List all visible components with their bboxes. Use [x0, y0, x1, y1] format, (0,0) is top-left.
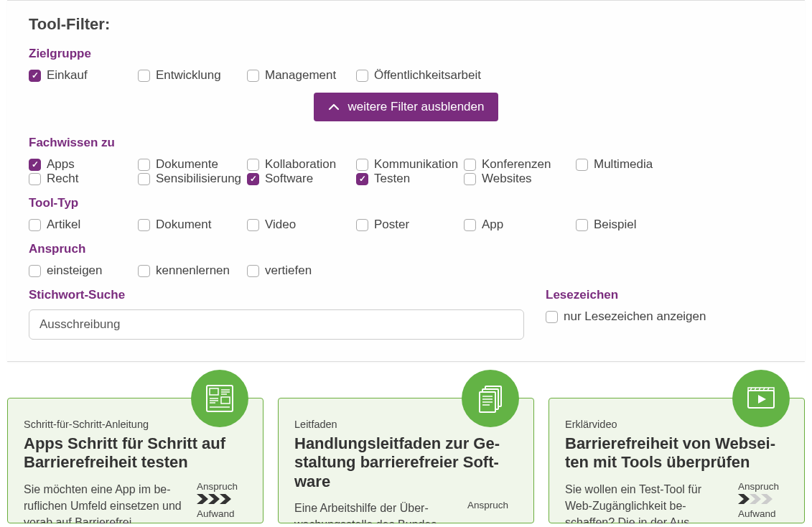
checkbox-artikel[interactable]: Artikel: [29, 218, 138, 232]
checkbox-label: Entwicklung: [156, 68, 221, 83]
checkbox-label: Websites: [482, 172, 532, 186]
checkbox-icon: [138, 173, 150, 185]
checkbox-einsteigen[interactable]: einsteigen: [29, 264, 138, 278]
checkbox-oeffentlichkeitsarbeit[interactable]: Öffentlichkeitsarbeit: [356, 68, 495, 83]
checkbox-beispiel[interactable]: Beispiel: [576, 218, 688, 232]
checkbox-icon: [546, 311, 558, 323]
checkbox-label: vertiefen: [265, 264, 312, 278]
checkbox-icon: [247, 159, 259, 171]
group-tooltyp: Artikel Dokument Video Poster App Beispi…: [29, 218, 783, 232]
search-input[interactable]: [29, 309, 524, 340]
checkbox-einkauf[interactable]: Einkauf: [29, 68, 138, 83]
checkbox-icon: [464, 173, 476, 185]
checkbox-icon: [464, 159, 476, 171]
checkbox-icon: [356, 219, 368, 231]
card-text: Sie wollen ein Test-Tool für Web-Zugängl…: [565, 481, 728, 523]
svg-marker-30: [761, 494, 773, 504]
checkbox-icon: [464, 219, 476, 231]
group-anspruch: einsteigen kennenlernen vertiefen: [29, 264, 783, 278]
checkbox-icon: [138, 70, 150, 82]
checkbox-bookmarks-only[interactable]: nur Lesezeichen anzeigen: [546, 309, 783, 324]
checkbox-label: Kollaboration: [265, 157, 336, 172]
checkbox-dokumente[interactable]: Dokumente: [138, 157, 247, 172]
search-label: Stichwort-Suche: [29, 288, 524, 302]
card-meta: Anspruch: [467, 500, 518, 523]
checkbox-label: nur Lesezeichen anzeigen: [564, 309, 706, 324]
bookmarks-label: Lesezeichen: [546, 288, 783, 302]
anspruch-label: Anspruch: [197, 481, 247, 492]
group-label-fachwissen: Fachwissen zu: [29, 136, 783, 150]
checkbox-label: einsteigen: [47, 264, 103, 278]
checkbox-label: Video: [265, 218, 296, 232]
checkbox-icon: [29, 70, 41, 82]
checkbox-dokument[interactable]: Dokument: [138, 218, 247, 232]
card-title: Barrierefreiheit von Websei­ten mit Tool…: [565, 434, 788, 472]
anspruch-label: Anspruch: [738, 481, 788, 492]
checkbox-konferenzen[interactable]: Konferenzen: [464, 157, 576, 172]
anspruch-level-icon: [197, 494, 247, 504]
result-card[interactable]: Erklärvideo Barrierefreiheit von Websei­…: [549, 398, 805, 523]
checkbox-icon: [247, 265, 259, 277]
checkbox-icon: [576, 219, 588, 231]
group-fachwissen: Apps Dokumente Kollaboration Kommunikati…: [29, 157, 783, 186]
checkbox-recht[interactable]: Recht: [29, 172, 138, 186]
checkbox-label: App: [482, 218, 503, 232]
group-zielgruppe: Einkauf Entwicklung Management Öffentlic…: [29, 68, 783, 83]
checkbox-label: Apps: [47, 157, 75, 172]
checkbox-icon: [247, 173, 259, 185]
result-card[interactable]: Schritt-für-Schritt-Anleitung Apps Schri…: [7, 398, 263, 523]
checkbox-icon: [356, 173, 368, 185]
svg-marker-27: [758, 395, 766, 404]
documents-icon: [462, 370, 519, 427]
result-card[interactable]: Leitfaden Handlungsleitfaden zur Ge­stal…: [278, 398, 534, 523]
checkbox-label: Dokumente: [156, 157, 218, 172]
checkbox-app[interactable]: App: [464, 218, 576, 232]
anspruch-label: Anspruch: [467, 500, 518, 510]
aufwand-label: Aufwand: [738, 508, 788, 519]
checkbox-icon: [138, 265, 150, 277]
checkbox-testen[interactable]: Testen: [356, 172, 464, 186]
checkbox-label: Einkauf: [47, 68, 88, 83]
filter-panel: Tool-Filter: Zielgruppe Einkauf Entwickl…: [7, 0, 805, 362]
checkbox-label: Kommunikation: [374, 157, 458, 172]
checkbox-kennenlernen[interactable]: kennenlernen: [138, 264, 247, 278]
checkbox-icon: [247, 219, 259, 231]
checkbox-multimedia[interactable]: Multimedia: [576, 157, 688, 172]
checkbox-websites[interactable]: Websites: [464, 172, 576, 186]
svg-rect-5: [221, 397, 230, 404]
checkbox-icon: [356, 70, 368, 82]
checkbox-icon: [29, 265, 41, 277]
checkbox-vertiefen[interactable]: vertiefen: [247, 264, 356, 278]
checkbox-icon: [247, 70, 259, 82]
checkbox-kommunikation[interactable]: Kommunikation: [356, 157, 464, 172]
card-text: Eine Arbeitshilfe der Über­wachungsstell…: [294, 500, 457, 523]
checkbox-label: Management: [265, 68, 336, 83]
anspruch-level-icon: [738, 494, 788, 504]
checkbox-poster[interactable]: Poster: [356, 218, 464, 232]
checkbox-label: Beispiel: [594, 218, 637, 232]
checkbox-label: Software: [265, 172, 313, 186]
checkbox-entwicklung[interactable]: Entwicklung: [138, 68, 247, 83]
checkbox-label: Testen: [374, 172, 410, 186]
checkbox-label: kennenlernen: [156, 264, 230, 278]
toggle-filters-button[interactable]: weitere Filter ausblenden: [314, 93, 499, 121]
layout-icon: [191, 370, 248, 427]
card-text: Sie möchten eine App im be­ruflichen Umf…: [24, 481, 187, 523]
checkbox-icon: [138, 159, 150, 171]
checkbox-software[interactable]: Software: [247, 172, 356, 186]
card-title: Handlungsleitfaden zur Ge­staltung barri…: [294, 434, 518, 491]
group-label-zielgruppe: Zielgruppe: [29, 47, 783, 61]
checkbox-icon: [29, 219, 41, 231]
checkbox-sensibilisierung[interactable]: Sensibilisierung: [138, 172, 247, 186]
checkbox-label: Recht: [47, 172, 78, 186]
checkbox-kollaboration[interactable]: Kollaboration: [247, 157, 356, 172]
checkbox-label: Dokument: [156, 218, 211, 232]
svg-rect-1: [210, 388, 218, 395]
svg-marker-29: [750, 494, 761, 504]
checkbox-video[interactable]: Video: [247, 218, 356, 232]
checkbox-icon: [29, 159, 41, 171]
checkbox-management[interactable]: Management: [247, 68, 356, 83]
card-meta: Anspruch Aufwand: [197, 481, 247, 523]
checkbox-apps[interactable]: Apps: [29, 157, 138, 172]
svg-marker-12: [220, 494, 231, 504]
